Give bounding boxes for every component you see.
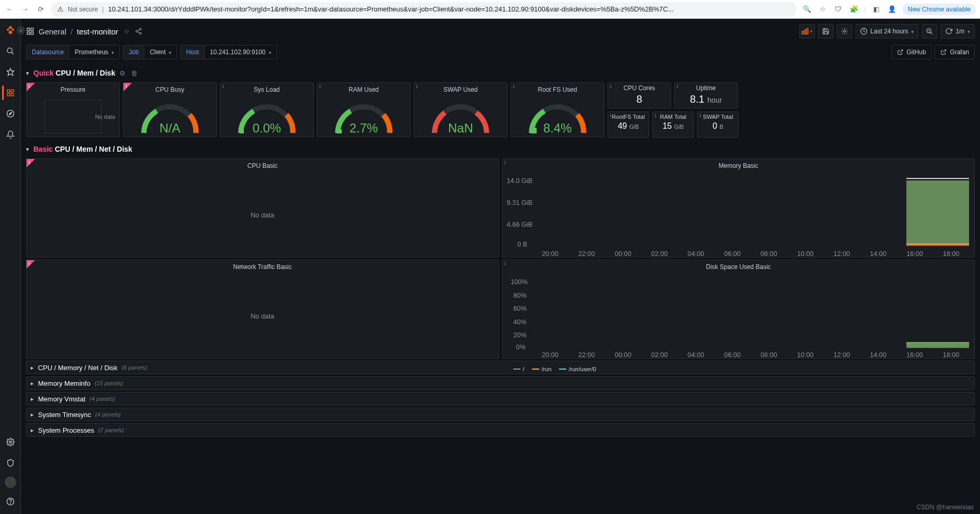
row-quick-header[interactable]: ▾ Quick CPU / Mem / Disk ⚙ 🗑 [26,66,975,80]
refresh-picker[interactable]: 1m [940,24,975,39]
gear-icon[interactable]: ⚙ [119,69,126,77]
configuration-icon[interactable] [3,435,18,449]
svg-text:08:00: 08:00 [760,351,777,359]
svg-text:22:00: 22:00 [578,351,594,359]
panel-info-icon: ! [29,160,30,165]
panel-swap-total[interactable]: i SWAP Total 0 B [697,112,739,138]
stat-value: 0 [713,121,717,130]
url-bar[interactable]: ⚠ Not secure | 10.241.101.34:3000/d/rYdd… [51,2,797,17]
panel-cpu-basic[interactable]: ! CPU Basic No data [26,158,499,258]
dashboards-list-icon[interactable] [26,27,34,35]
legend-item[interactable]: /run/user/0 [559,366,597,372]
var-datasource[interactable]: Datasource Prometheus [26,45,120,59]
grafana-logo-icon[interactable] [3,23,18,38]
star-icon[interactable]: ☆ [817,4,828,15]
breadcrumb-title[interactable]: test-monitor [77,27,118,36]
svg-text:22:00: 22:00 [578,250,594,258]
alerting-icon[interactable] [3,127,18,142]
svg-text:14:00: 14:00 [870,351,886,359]
brave-icon[interactable]: 🛡 [833,4,843,15]
panel-sys-load[interactable]: i Sys Load 0.0% [220,82,314,137]
side-panel-icon[interactable]: ◧ [871,4,882,15]
panel-info-icon: ! [29,261,30,266]
svg-point-17 [136,30,138,32]
save-icon[interactable] [818,24,834,39]
var-host[interactable]: Host 10.241.102.90:9100 [180,45,277,59]
svg-line-1 [11,52,14,54]
var-job[interactable]: Job Client [123,45,177,59]
starred-icon[interactable] [3,65,18,79]
legend-item[interactable]: / [513,366,525,372]
star-dashboard-icon[interactable]: ☆ [123,28,130,35]
svg-text:04:00: 04:00 [687,250,704,258]
search-icon[interactable] [3,44,18,58]
sidebar-expand-icon[interactable]: › [17,26,25,34]
profile-icon[interactable]: 👤 [887,4,897,15]
new-chrome-badge[interactable]: New Chrome available [902,4,976,15]
breadcrumb-folder[interactable]: General [39,27,66,36]
row-basic-header[interactable]: ▾ Basic CPU / Mem / Net / Disk [26,142,975,156]
chevron-down-icon [269,48,271,56]
panel-ram-total[interactable]: i RAM Total 15 GiB [652,112,694,138]
panel-cpu-busy[interactable]: ! CPU Busy N/A [123,82,217,137]
add-panel-icon[interactable]: + [799,24,815,39]
panel-memory-basic[interactable]: i Memory Basic 14.0 GiB 9.31 GiB 4.66 Gi… [502,158,975,258]
panel-uptime[interactable]: i Uptime 8.1 hour [674,82,738,108]
chevron-right-icon: ▸ [31,411,34,418]
stat-unit: GiB [674,124,684,130]
row-basic-panels-1: ! CPU Basic No data i Memory Basic 14.0 … [26,158,975,258]
forward-icon[interactable]: → [20,4,30,15]
legend-item[interactable]: /run [532,366,552,372]
row-count: (4 panels) [90,396,115,402]
dashboards-icon[interactable] [2,85,17,100]
chevron-right-icon: ▸ [31,396,34,402]
panel-network-basic[interactable]: ! Network Traffic Basic No data [26,260,499,359]
svg-text:02:00: 02:00 [651,351,667,359]
panel-swap-used[interactable]: i SWAP Used NaN [414,82,507,137]
gauge-value: 8.4% [521,121,594,136]
panel-pressure[interactable]: ! Pressure No data [26,82,120,137]
share-icon[interactable] [135,28,142,35]
panel-alert-corner-icon [27,260,35,268]
link-grafana[interactable]: Grafan [935,45,975,59]
panel-cpu-cores[interactable]: i CPU Cores 8 [607,82,671,108]
panel-disk-basic[interactable]: i Disk Space Used Basic 100% 80% 60% 40%… [502,260,975,359]
stat-unit: hour [708,96,722,104]
collapsed-row[interactable]: ▸Memory Vmstat(4 panels) [26,392,975,406]
row-title: System Processes [38,426,94,434]
reload-icon[interactable]: ⟳ [35,4,46,15]
chevron-down-icon: ▾ [26,146,29,153]
explore-icon[interactable] [3,106,18,121]
breadcrumb: General / test-monitor [26,27,118,36]
settings-icon[interactable] [837,24,852,39]
svg-text:12:00: 12:00 [833,250,850,258]
svg-marker-2 [7,68,14,75]
svg-rect-14 [27,32,30,34]
help-icon[interactable] [3,494,18,509]
panel-title: Pressure [27,83,119,96]
row-title: Memory Vmstat [38,395,85,403]
user-avatar-icon[interactable] [5,476,16,488]
collapsed-row[interactable]: ▸System Processes(7 panels) [26,423,975,437]
svg-text:04:00: 04:00 [687,351,704,359]
extensions-icon[interactable]: 🧩 [849,4,859,15]
trash-icon[interactable]: 🗑 [131,69,138,77]
grafana-sidebar [0,19,21,514]
panel-ram-used[interactable]: i RAM Used 2.7% [317,82,411,137]
svg-rect-12 [27,28,30,31]
svg-rect-15 [31,32,33,34]
search-in-page-icon[interactable]: 🔍 [802,4,812,15]
link-github[interactable]: GitHub [891,45,932,59]
svg-text:60%: 60% [513,304,526,312]
panel-title: RAM Total [653,112,693,121]
server-admin-icon[interactable] [3,456,18,470]
row-count: (15 panels) [94,380,123,386]
collapsed-row[interactable]: ▸Memory Meminfo(15 panels) [26,376,975,390]
panel-rootfs-used[interactable]: i Root FS Used 8.4% [511,82,604,137]
back-icon[interactable]: ← [4,4,15,15]
collapsed-row[interactable]: ▸System Timesync(4 panels) [26,408,975,421]
svg-text:06:00: 06:00 [724,250,740,258]
panel-rootfs-total[interactable]: i RootFS Total 49 GiB [607,112,649,138]
zoom-out-icon[interactable] [922,24,937,39]
time-range-picker[interactable]: Last 24 hours [855,24,919,39]
